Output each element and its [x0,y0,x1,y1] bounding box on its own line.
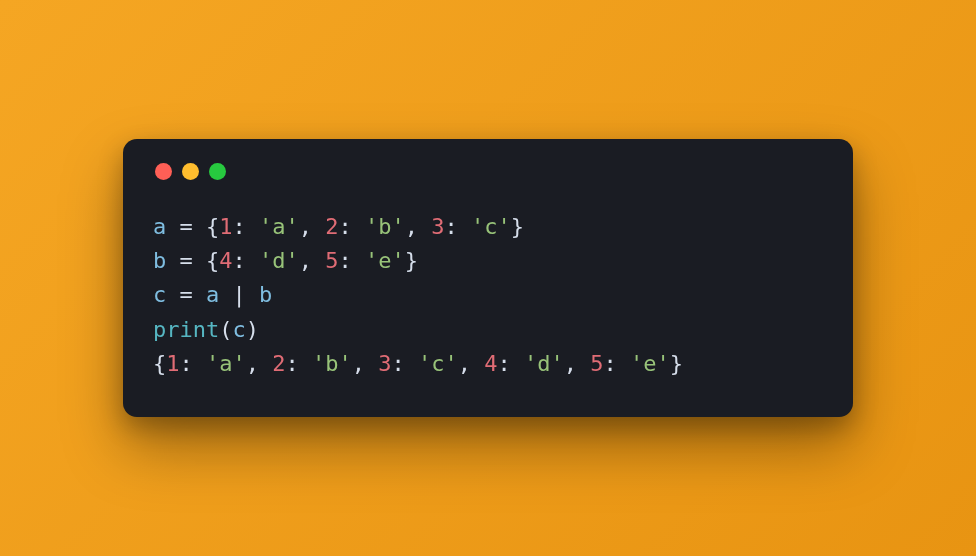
code-token: : [604,351,631,376]
code-token: 2 [272,351,285,376]
code-token: 'a' [206,351,246,376]
code-token: b [153,248,166,273]
code-token: = [166,214,206,239]
code-token: c [232,317,245,342]
code-token: : [498,351,525,376]
code-token: : [339,248,366,273]
code-token: 'd' [259,248,299,273]
code-line: a = {1: 'a', 2: 'b', 3: 'c'} [153,210,823,244]
code-token: : [445,214,472,239]
maximize-icon[interactable] [209,163,226,180]
code-token: , [405,214,432,239]
code-token: 3 [431,214,444,239]
window-controls [153,163,823,180]
code-token: : [233,214,260,239]
code-token: } [405,248,418,273]
code-token: , [299,214,326,239]
code-token: { [153,351,166,376]
code-token: 'e' [630,351,670,376]
code-token: : [392,351,419,376]
code-token: , [299,248,326,273]
code-token: 2 [325,214,338,239]
code-content: a = {1: 'a', 2: 'b', 3: 'c'}b = {4: 'd',… [153,210,823,380]
code-token: c [153,282,166,307]
code-token: 'e' [365,248,405,273]
code-token: 1 [219,214,232,239]
code-token: 3 [378,351,391,376]
code-token: b [259,282,272,307]
code-token: : [233,248,260,273]
code-token: 'b' [365,214,405,239]
code-token: , [564,351,591,376]
code-token: , [458,351,485,376]
code-token: = [166,282,206,307]
code-token: 5 [590,351,603,376]
close-icon[interactable] [155,163,172,180]
code-line: print(c) [153,313,823,347]
code-token: 'd' [524,351,564,376]
code-line: b = {4: 'd', 5: 'e'} [153,244,823,278]
code-token: 4 [484,351,497,376]
code-token: , [246,351,273,376]
minimize-icon[interactable] [182,163,199,180]
code-line: {1: 'a', 2: 'b', 3: 'c', 4: 'd', 5: 'e'} [153,347,823,381]
code-token: print [153,317,219,342]
code-token: 'b' [312,351,352,376]
code-token: : [180,351,207,376]
code-token: 'a' [259,214,299,239]
code-token: 'c' [471,214,511,239]
code-token: ) [246,317,259,342]
code-token: 5 [325,248,338,273]
code-token: 'c' [418,351,458,376]
code-token: ( [219,317,232,342]
code-token: = [166,248,206,273]
code-token: } [511,214,524,239]
code-token: , [352,351,379,376]
code-token: : [286,351,313,376]
code-token: { [206,214,219,239]
code-line: c = a | b [153,278,823,312]
terminal-window: a = {1: 'a', 2: 'b', 3: 'c'}b = {4: 'd',… [123,139,853,416]
code-token: a [206,282,219,307]
code-token: a [153,214,166,239]
code-token: : [339,214,366,239]
code-token: | [219,282,259,307]
code-token: 1 [166,351,179,376]
code-token: { [206,248,219,273]
code-token: } [670,351,683,376]
code-token: 4 [219,248,232,273]
